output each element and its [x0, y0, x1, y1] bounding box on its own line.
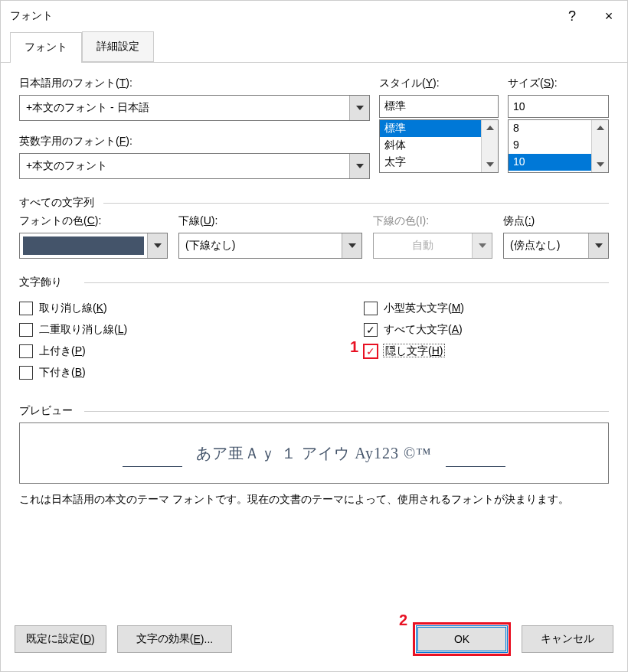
label-english-font: 英数字用のフォント(F):: [19, 135, 370, 148]
emphasis-combo[interactable]: (傍点なし): [503, 233, 609, 259]
english-font-combo[interactable]: +本文のフォント: [19, 153, 370, 179]
checkbox-superscript[interactable]: [19, 344, 33, 358]
english-font-value: +本文のフォント: [20, 159, 349, 173]
scrollbar[interactable]: [481, 120, 498, 172]
set-default-button[interactable]: 既定に設定(D): [15, 625, 106, 653]
scroll-up-icon[interactable]: [482, 120, 498, 135]
scrollbar[interactable]: [591, 120, 608, 172]
content-area: 日本語用のフォント(T): +本文のフォント - 日本語 英数字用のフォント(F…: [1, 63, 627, 612]
label-font-color: フォントの色(C):: [19, 214, 168, 228]
close-icon[interactable]: ×: [600, 8, 618, 24]
size-listbox[interactable]: 8 9 10: [508, 119, 609, 173]
checkbox-all-caps[interactable]: [364, 323, 378, 337]
tab-font[interactable]: フォント: [10, 32, 82, 63]
font-color-combo[interactable]: [19, 233, 168, 259]
checkbox-double-strikethrough[interactable]: [19, 323, 33, 337]
label-underline-color: 下線の色(I):: [373, 214, 492, 228]
checkbox-small-caps[interactable]: [364, 302, 378, 315]
ok-button[interactable]: OK: [416, 625, 508, 653]
label-small-caps: 小型英大文字(M): [384, 302, 464, 315]
emphasis-value: (傍点なし): [504, 239, 588, 253]
underline-color-combo: 自動: [373, 233, 492, 259]
text-effects-button[interactable]: 文字の効果(E)...: [117, 625, 232, 653]
chevron-down-icon[interactable]: [342, 233, 361, 258]
label-subscript: 下付き(B): [39, 366, 86, 380]
chevron-down-icon[interactable]: [349, 96, 369, 120]
preview-box: あア亜Ａｙ １ アイウ Ay123 ©™: [19, 422, 609, 484]
color-swatch: [23, 237, 144, 255]
checkbox-hidden[interactable]: [364, 344, 378, 358]
list-item[interactable]: 10: [509, 154, 591, 171]
label-style: スタイル(Y):: [379, 77, 499, 90]
underline-color-value: 自動: [374, 239, 472, 253]
help-icon[interactable]: ?: [563, 8, 581, 24]
checkbox-strikethrough[interactable]: [19, 302, 33, 315]
chevron-down-icon[interactable]: [349, 154, 369, 178]
chevron-down-icon[interactable]: [147, 233, 167, 258]
size-input[interactable]: [508, 95, 609, 118]
underline-value: (下線なし): [179, 239, 342, 253]
checkbox-subscript[interactable]: [19, 366, 33, 380]
scroll-up-icon[interactable]: [592, 120, 608, 135]
chevron-down-icon: [472, 233, 492, 258]
section-effects: 文字飾り: [19, 276, 609, 289]
label-superscript: 上付き(P): [39, 344, 86, 358]
tabs: フォント 詳細設定: [1, 31, 627, 63]
label-size: サイズ(S):: [508, 77, 609, 90]
footer: 既定に設定(D) 文字の効果(E)... 2 OK キャンセル: [1, 612, 627, 671]
section-preview: プレビュー: [19, 404, 609, 418]
annotation-1: 1: [350, 338, 358, 356]
label-underline: 下線(U):: [178, 214, 362, 228]
underline-combo[interactable]: (下線なし): [178, 233, 362, 259]
label-all-caps: すべて大文字(A): [384, 323, 463, 337]
label-double-strikethrough: 二重取り消し線(L): [39, 323, 127, 337]
preview-text: あア亜Ａｙ １ アイウ Ay123 ©™: [196, 443, 431, 464]
label-japanese-font: 日本語用のフォント(T):: [19, 77, 370, 90]
label-emphasis: 傍点(:): [503, 214, 609, 228]
list-item[interactable]: 8: [509, 120, 591, 137]
style-listbox[interactable]: 標準 斜体 太字: [379, 119, 499, 173]
cancel-button[interactable]: キャンセル: [522, 625, 613, 653]
chevron-down-icon[interactable]: [588, 233, 608, 258]
list-item[interactable]: 太字: [380, 154, 481, 171]
titlebar: フォント ? ×: [1, 1, 627, 31]
tab-advanced[interactable]: 詳細設定: [82, 31, 154, 62]
list-item[interactable]: 標準: [380, 120, 481, 137]
preview-description: これは日本語用の本文のテーマ フォントです。現在の文書のテーマによって、使用され…: [19, 493, 609, 507]
dialog-title: フォント: [10, 9, 53, 23]
font-dialog: フォント ? × フォント 詳細設定 日本語用のフォント(T): +本文のフォン…: [0, 0, 628, 672]
scroll-down-icon[interactable]: [482, 157, 498, 172]
list-item[interactable]: 斜体: [380, 137, 481, 154]
japanese-font-combo[interactable]: +本文のフォント - 日本語: [19, 95, 370, 121]
section-all-text: すべての文字列: [19, 196, 609, 210]
scroll-down-icon[interactable]: [592, 157, 608, 172]
japanese-font-value: +本文のフォント - 日本語: [20, 101, 349, 115]
label-strikethrough: 取り消し線(K): [39, 302, 107, 315]
label-hidden: 隠し文字(H): [384, 344, 444, 358]
list-item[interactable]: 9: [509, 137, 591, 154]
style-input[interactable]: [379, 95, 499, 118]
annotation-2: 2: [399, 612, 407, 629]
